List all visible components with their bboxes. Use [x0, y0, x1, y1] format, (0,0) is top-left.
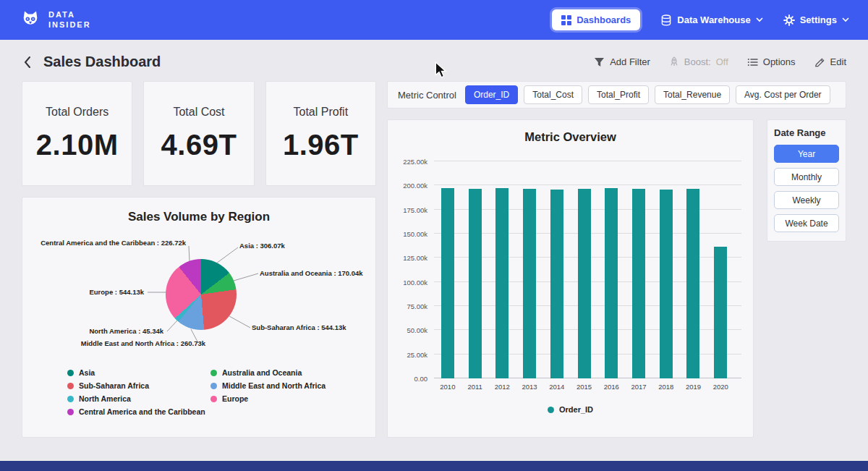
dashboards-button[interactable]: Dashboards: [552, 9, 640, 30]
pie-label-middle-east-north-africa: Middle East and North Africa : 260.73k: [81, 339, 205, 347]
pie-legend-item[interactable]: Europe: [210, 394, 368, 403]
date-range-button[interactable]: Year: [774, 145, 839, 163]
bar-chart-legend-dot: [548, 407, 554, 413]
pie-legend-item[interactable]: Asia: [67, 368, 210, 377]
metric-button[interactable]: Total_Profit: [588, 85, 649, 104]
x-tick-label: 2014: [543, 383, 571, 391]
edit-button[interactable]: Edit: [814, 56, 846, 67]
legend-dot: [210, 383, 217, 389]
settings-menu[interactable]: Settings: [783, 14, 849, 26]
date-range-button[interactable]: Monthly: [774, 168, 839, 186]
legend-dot: [67, 383, 74, 389]
bar-chart-legend[interactable]: Order_ID: [399, 405, 741, 414]
add-filter-button[interactable]: Add Filter: [594, 56, 650, 67]
top-navbar: DATA INSIDER Dashboards D: [0, 0, 868, 40]
bar-2017[interactable]: [632, 189, 645, 378]
pie-legend-item[interactable]: Middle East and North Africa: [210, 381, 368, 390]
kpi-label: Total Cost: [173, 106, 224, 119]
chevron-down-icon: [756, 17, 763, 22]
y-tick-label: 225.00k: [403, 158, 427, 166]
pie-chart-title: Sales Volume by Region: [22, 210, 375, 224]
legend-dot: [210, 396, 217, 402]
bar-chart-title: Metric Overview: [399, 130, 741, 144]
bar-chart-bars: [434, 161, 734, 378]
x-tick-label: 2012: [488, 383, 516, 391]
bar-2013[interactable]: [523, 189, 536, 378]
x-tick-label: 2011: [461, 383, 489, 391]
metric-control-bar: Metric Control Order_IDTotal_CostTotal_P…: [387, 81, 846, 109]
pie-legend-item[interactable]: Australia and Oceania: [210, 368, 368, 377]
legend-label: Australia and Oceania: [222, 368, 302, 377]
bar-2012[interactable]: [495, 188, 509, 378]
pie-label-australia-oceania: Australia and Oceania : 170.04k: [260, 269, 363, 277]
settings-label: Settings: [800, 14, 837, 25]
pie-label-north-america: North America : 45.34k: [89, 327, 163, 335]
options-button[interactable]: Options: [747, 56, 796, 67]
brand-logo[interactable]: DATA INSIDER: [19, 9, 91, 32]
bar-2011[interactable]: [469, 189, 482, 378]
x-tick-label: 2013: [516, 383, 543, 391]
bar-chart-y-axis: 0.0025.00k50.00k75.00k100.00k125.00k150.…: [399, 161, 434, 378]
kpi-value: 1.96T: [283, 129, 359, 161]
bar-2020[interactable]: [714, 247, 727, 378]
metric-button[interactable]: Avg. Cost per Order: [736, 85, 830, 104]
pie-label-central-america-caribbean: Central America and the Caribbean : 226.…: [41, 239, 186, 247]
data-warehouse-menu[interactable]: Data Warehouse: [660, 14, 762, 26]
metric-button[interactable]: Total_Cost: [524, 85, 582, 104]
bar-chart-card: Metric Overview 0.0025.00k50.00k75.00k10…: [387, 119, 754, 438]
chevron-down-icon: [842, 17, 849, 22]
legend-label: Sub-Saharan Africa: [79, 381, 149, 390]
dashboard-grid-icon: [561, 15, 571, 25]
bar-2014[interactable]: [550, 190, 563, 378]
footer-bar: [0, 461, 868, 471]
data-warehouse-label: Data Warehouse: [677, 14, 750, 25]
bar-2019[interactable]: [686, 189, 699, 378]
pie[interactable]: [166, 259, 237, 330]
bar-2018[interactable]: [660, 190, 673, 378]
legend-dot: [67, 409, 74, 415]
boost-state: Off: [716, 56, 728, 67]
add-filter-label: Add Filter: [610, 56, 650, 67]
legend-dot: [67, 396, 74, 402]
x-tick-label: 2019: [680, 383, 707, 391]
pencil-icon: [814, 56, 825, 67]
y-tick-label: 0.00: [414, 375, 428, 383]
legend-dot: [210, 370, 217, 376]
options-list-icon: [747, 57, 758, 67]
y-tick-label: 75.00k: [407, 302, 427, 310]
y-tick-label: 200.00k: [403, 182, 427, 190]
bar-chart-plot: [434, 161, 741, 378]
y-tick-label: 150.00k: [403, 230, 427, 238]
bar-2015[interactable]: [578, 189, 591, 378]
kpi-card-total-orders: Total Orders 2.10M: [22, 81, 132, 186]
y-tick-label: 125.00k: [403, 254, 427, 262]
brand-line1: DATA: [48, 10, 91, 20]
gear-icon: [783, 14, 795, 26]
database-icon: [660, 14, 672, 26]
pie-legend-item[interactable]: Sub-Saharan Africa: [67, 381, 210, 390]
back-button[interactable]: [22, 54, 33, 70]
x-tick-label: 2015: [571, 383, 598, 391]
brand-line2: INSIDER: [48, 20, 91, 30]
legend-label: Europe: [222, 394, 248, 403]
pie-chart-card: Sales Volume by Region Asia : 306: [22, 197, 376, 438]
dashboard-content: Total Orders 2.10M Total Cost 4.69T Tota…: [0, 81, 868, 438]
bar-chart-x-axis: 2010201120122013201420152016201720182019…: [434, 383, 734, 391]
boost-toggle[interactable]: Boost: Off: [669, 56, 728, 67]
date-range-button[interactable]: Weekly: [774, 191, 839, 209]
metric-button[interactable]: Order_ID: [465, 85, 518, 104]
date-range-buttons: YearMonthlyWeeklyWeek Date: [774, 145, 839, 232]
pie-legend: AsiaAustralia and OceaniaSub-Saharan Afr…: [22, 362, 375, 416]
pie-legend-item[interactable]: North America: [67, 394, 210, 403]
metric-control-label: Metric Control: [398, 90, 456, 101]
dashboard-header: Sales Dashboard Add Filter Boost:: [0, 40, 868, 81]
pie-label-sub-saharan-africa: Sub-Saharan Africa : 544.13k: [252, 323, 346, 331]
kpi-row: Total Orders 2.10M Total Cost 4.69T Tota…: [22, 81, 376, 186]
date-range-button[interactable]: Week Date: [774, 214, 839, 232]
pie-legend-item[interactable]: Central America and the Caribbean: [67, 407, 210, 416]
bar-2016[interactable]: [605, 188, 618, 378]
bar-2010[interactable]: [441, 188, 454, 378]
metric-button[interactable]: Total_Revenue: [655, 85, 730, 104]
kpi-card-total-cost: Total Cost 4.69T: [143, 81, 254, 186]
date-range-label: Date Range: [774, 127, 839, 138]
